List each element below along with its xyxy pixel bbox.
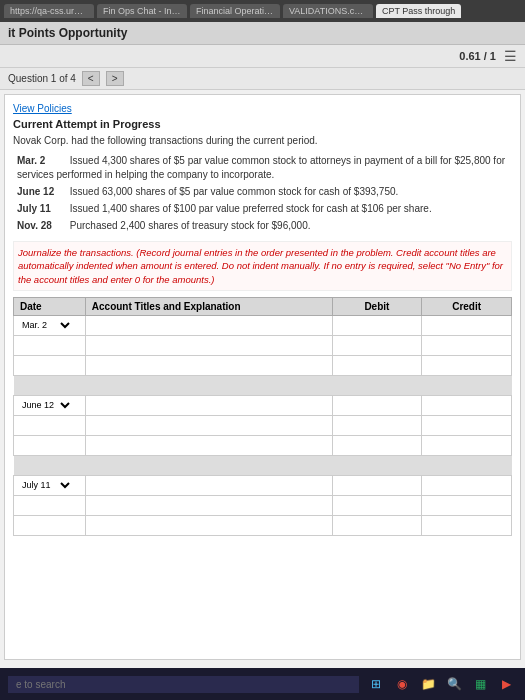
col-header-date: Date: [14, 297, 86, 315]
credit-input-june12-1[interactable]: [426, 400, 507, 411]
media-icon[interactable]: ▶: [495, 673, 517, 695]
menu-icon[interactable]: ☰: [504, 48, 517, 64]
debit-cell-july11-2[interactable]: [332, 495, 422, 515]
credit-cell-july11-1[interactable]: [422, 475, 512, 495]
tab-3[interactable]: Financial Operation...: [190, 4, 280, 18]
chrome-icon[interactable]: ◉: [391, 673, 413, 695]
debit-input-july11-2[interactable]: [337, 500, 418, 511]
account-input-july11-1[interactable]: [90, 480, 328, 491]
credit-input-june12-3[interactable]: [426, 440, 507, 451]
debit-input-july11-3[interactable]: [337, 520, 418, 531]
account-cell-july11-1[interactable]: [85, 475, 332, 495]
table-row: [14, 415, 512, 435]
transaction-date-1: Mar. 2: [17, 154, 67, 168]
folder-icon[interactable]: 📁: [417, 673, 439, 695]
transaction-date-2: June 12: [17, 185, 67, 199]
transaction-text-1: Issued 4,300 shares of $5 par value comm…: [17, 155, 505, 180]
table-row: [14, 515, 512, 535]
transaction-item-4: Nov. 28 Purchased 2,400 shares of treasu…: [13, 219, 512, 233]
next-question-button[interactable]: >: [106, 71, 124, 86]
col-header-debit: Debit: [332, 297, 422, 315]
page-wrapper: it Points Opportunity 0.61 / 1 ☰ Questio…: [0, 22, 525, 668]
account-cell-july11-2[interactable]: [85, 495, 332, 515]
account-input-july11-3[interactable]: [90, 520, 328, 531]
taskbar: ⊞ ◉ 📁 🔍 ▦ ▶: [0, 668, 525, 700]
credit-cell-june12-3[interactable]: [422, 435, 512, 455]
date-select-june12[interactable]: June 12 Mar. 2 July 11 Nov. 28: [18, 399, 73, 411]
tab-1[interactable]: https://qa-css.urge...: [4, 4, 94, 18]
credit-cell-june12-2[interactable]: [422, 415, 512, 435]
account-input-mar2-2[interactable]: [90, 340, 328, 351]
credit-input-june12-2[interactable]: [426, 420, 507, 431]
debit-input-june12-1[interactable]: [337, 400, 418, 411]
credit-cell-mar2-1[interactable]: [422, 315, 512, 335]
account-input-mar2-3[interactable]: [90, 360, 328, 371]
tab-5[interactable]: CPT Pass through: [376, 4, 461, 18]
current-attempt-label: Current Attempt in Progress: [13, 118, 512, 130]
col-header-credit: Credit: [422, 297, 512, 315]
tab-2[interactable]: Fin Ops Chat - Inter...: [97, 4, 187, 18]
credit-cell-mar2-3[interactable]: [422, 355, 512, 375]
account-cell-mar2-2[interactable]: [85, 335, 332, 355]
date-cell-empty-6: [14, 515, 86, 535]
account-input-june12-2[interactable]: [90, 420, 328, 431]
transaction-text-4: Purchased 2,400 shares of treasury stock…: [70, 220, 311, 231]
credit-cell-mar2-2[interactable]: [422, 335, 512, 355]
debit-cell-july11-3[interactable]: [332, 515, 422, 535]
credit-input-mar2-2[interactable]: [426, 340, 507, 351]
debit-cell-mar2-3[interactable]: [332, 355, 422, 375]
windows-icon[interactable]: ⊞: [365, 673, 387, 695]
credit-input-mar2-1[interactable]: [426, 320, 507, 331]
account-input-mar2-1[interactable]: [90, 320, 328, 331]
account-cell-july11-3[interactable]: [85, 515, 332, 535]
prev-question-button[interactable]: <: [82, 71, 100, 86]
debit-cell-june12-3[interactable]: [332, 435, 422, 455]
debit-cell-july11-1[interactable]: [332, 475, 422, 495]
debit-input-mar2-1[interactable]: [337, 320, 418, 331]
credit-input-mar2-3[interactable]: [426, 360, 507, 371]
transaction-item-2: June 12 Issued 63,000 shares of $5 par v…: [13, 185, 512, 199]
browser-tab-bar: https://qa-css.urge... Fin Ops Chat - In…: [0, 0, 525, 22]
account-cell-mar2-1[interactable]: [85, 315, 332, 335]
date-select-july11[interactable]: July 11 Mar. 2 June 12 Nov. 28: [18, 479, 73, 491]
account-cell-june12-2[interactable]: [85, 415, 332, 435]
debit-input-june12-2[interactable]: [337, 420, 418, 431]
debit-cell-june12-2[interactable]: [332, 415, 422, 435]
taskbar-search-icon[interactable]: 🔍: [443, 673, 465, 695]
separator-row-1: [14, 375, 512, 395]
score-bar: 0.61 / 1 ☰: [0, 45, 525, 68]
credit-cell-june12-1[interactable]: [422, 395, 512, 415]
date-select-mar2[interactable]: Mar. 2 June 12 July 11 Nov. 28: [18, 319, 73, 331]
date-cell-july11[interactable]: July 11 Mar. 2 June 12 Nov. 28: [14, 475, 86, 495]
excel-icon[interactable]: ▦: [469, 673, 491, 695]
separator-row-2: [14, 455, 512, 475]
page-title: it Points Opportunity: [8, 26, 127, 40]
tab-4[interactable]: VALIDATIONS.csv -...: [283, 4, 373, 18]
credit-input-july11-3[interactable]: [426, 520, 507, 531]
credit-input-july11-1[interactable]: [426, 480, 507, 491]
debit-input-july11-1[interactable]: [337, 480, 418, 491]
account-cell-june12-3[interactable]: [85, 435, 332, 455]
debit-cell-june12-1[interactable]: [332, 395, 422, 415]
account-input-june12-1[interactable]: [90, 400, 328, 411]
table-row: [14, 335, 512, 355]
debit-input-mar2-3[interactable]: [337, 360, 418, 371]
account-input-july11-2[interactable]: [90, 500, 328, 511]
debit-cell-mar2-1[interactable]: [332, 315, 422, 335]
date-cell-june12[interactable]: June 12 Mar. 2 July 11 Nov. 28: [14, 395, 86, 415]
date-cell-empty-3: [14, 415, 86, 435]
instructions-text: Journalize the transactions. (Record jou…: [13, 241, 512, 291]
credit-cell-july11-3[interactable]: [422, 515, 512, 535]
debit-input-mar2-2[interactable]: [337, 340, 418, 351]
credit-cell-july11-2[interactable]: [422, 495, 512, 515]
taskbar-search-input[interactable]: [8, 676, 359, 693]
debit-input-june12-3[interactable]: [337, 440, 418, 451]
account-cell-june12-1[interactable]: [85, 395, 332, 415]
credit-input-july11-2[interactable]: [426, 500, 507, 511]
account-input-june12-3[interactable]: [90, 440, 328, 451]
debit-cell-mar2-2[interactable]: [332, 335, 422, 355]
account-cell-mar2-3[interactable]: [85, 355, 332, 375]
transaction-text-3: Issued 1,400 shares of $100 par value pr…: [70, 203, 432, 214]
date-cell-mar2[interactable]: Mar. 2 June 12 July 11 Nov. 28: [14, 315, 86, 335]
view-policies-link[interactable]: View Policies: [13, 103, 512, 114]
